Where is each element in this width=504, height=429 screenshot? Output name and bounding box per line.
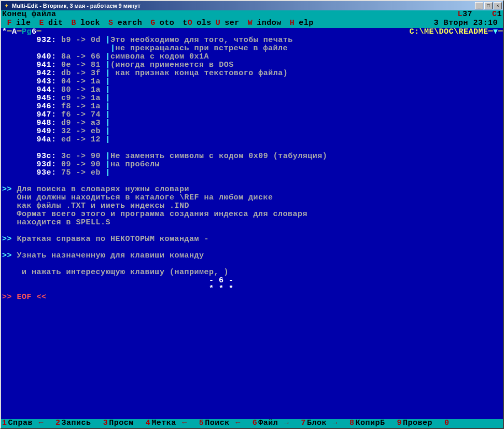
minimize-button[interactable]: _ [475,2,483,9]
datetime: 3 Вторн 23:10 [433,19,498,28]
fkey-4[interactable]: 4Метка ← [146,419,198,428]
fkey-2[interactable]: 2Запись [55,419,102,428]
window-controls: _ □ × [475,2,502,9]
file-path: C:\ME\DOC\README [409,28,488,36]
editor-content[interactable]: 932: b9 -> 0d |Это необходимо для того, … [1,36,503,419]
window-title: Multi-Edit - Вторник, 3 мая - работаем 9… [12,3,475,9]
menu-file[interactable]: File [2,19,35,28]
menubar: File Edit Block Search Goto tOols User W… [1,19,503,28]
function-keys: 1Справ ← 2Запись 3Просм 4Метка ← 5Поиск … [1,419,503,428]
modified-marker: * [2,28,7,36]
menu-edit[interactable]: Edit [39,19,67,28]
tab-bar: *═A═Pg6═ C:\ME\DOC\README═▼═ [1,28,503,36]
fkey-8[interactable]: 8КопирБ [349,419,396,428]
menu-tools[interactable]: tOols [183,19,212,28]
fkey-6[interactable]: 6Файл → [253,419,300,428]
app-icon: ✦ [2,2,10,10]
menu-user[interactable]: User [216,19,244,28]
fkey-0[interactable]: 0 [444,419,461,428]
cursor-position: L37 C1 [457,10,502,19]
fkey-3[interactable]: 3Просм [103,419,145,428]
menu-block[interactable]: Block [72,19,105,28]
close-button[interactable]: × [494,2,502,9]
fkey-7[interactable]: 7Блок → [301,419,348,428]
menu-search[interactable]: Search [108,19,146,28]
fkey-1[interactable]: 1Справ ← [2,419,54,428]
menu-help[interactable]: Help [290,19,318,28]
maximize-button[interactable]: □ [484,2,493,9]
menu-goto[interactable]: Goto [150,19,178,28]
app-window: ✦ Multi-Edit - Вторник, 3 мая - работаем… [0,0,504,429]
fkey-5[interactable]: 5Поиск ← [199,419,251,428]
titlebar: ✦ Multi-Edit - Вторник, 3 мая - работаем… [1,1,503,10]
fkey-9[interactable]: 9Провер [397,419,444,428]
terminal: Конец файла L37 C1 File Edit Block Searc… [1,10,503,428]
status-line: Конец файла L37 C1 [1,10,503,19]
menu-window[interactable]: Window [248,19,286,28]
status-text: Конец файла [2,10,457,19]
